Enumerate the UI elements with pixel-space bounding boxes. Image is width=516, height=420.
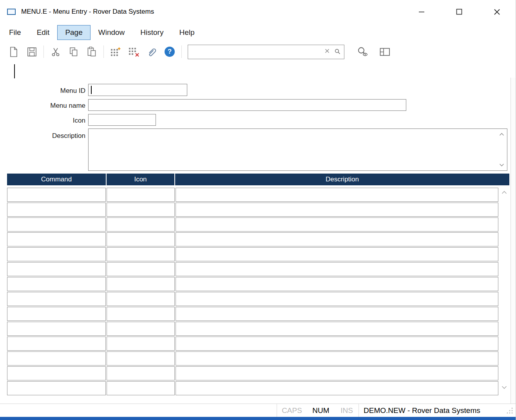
grid-header: Command Icon Description — [7, 174, 509, 185]
grid-command-cell[interactable] — [7, 262, 106, 276]
menu-item-history[interactable]: History — [132, 25, 171, 40]
grid-description-cell[interactable] — [176, 381, 498, 395]
grid-command-cell[interactable] — [7, 351, 106, 366]
resize-grip[interactable] — [504, 407, 516, 414]
status-bar: CAPS NUM INS DEMO.NEW - Rover Data Syste… — [0, 404, 516, 417]
grid-scrollbar[interactable] — [499, 188, 509, 396]
menu-item-window[interactable]: Window — [91, 25, 133, 40]
table-row — [7, 307, 498, 321]
grid-command-cell[interactable] — [7, 381, 106, 395]
grid-icon-cell[interactable] — [107, 217, 175, 232]
minimize-button[interactable] — [403, 0, 440, 24]
icon-label: Icon — [0, 117, 85, 125]
grid-description-cell[interactable] — [176, 307, 498, 321]
grid-command-cell[interactable] — [7, 203, 106, 217]
grid-command-cell[interactable] — [7, 337, 106, 351]
app-icon — [7, 9, 16, 15]
title-bar: MENU.E - Menu Entry - Rover Data Systems — [0, 0, 516, 24]
scroll-down-icon[interactable] — [502, 386, 507, 389]
lookup-preview-icon — [357, 47, 368, 57]
help-icon: ? — [165, 47, 175, 57]
grid-command-cell[interactable] — [7, 232, 106, 246]
search-input[interactable] — [188, 45, 344, 59]
grid-icon-cell[interactable] — [107, 351, 175, 366]
minimize-icon — [418, 9, 425, 15]
table-row — [7, 277, 498, 291]
grid-description-cell[interactable] — [176, 217, 498, 232]
grid-icon-cell[interactable] — [107, 337, 175, 351]
grid-description-cell[interactable] — [176, 277, 498, 291]
clear-search-icon[interactable] — [325, 49, 330, 53]
table-row — [7, 247, 498, 261]
menu-item-file[interactable]: File — [1, 25, 29, 40]
grid-description-cell[interactable] — [176, 322, 498, 336]
grid-icon-cell[interactable] — [107, 247, 175, 261]
grid-description-cell[interactable] — [176, 247, 498, 261]
help-button[interactable]: ? — [161, 43, 179, 60]
caps-indicator: CAPS — [277, 406, 307, 415]
grid-delete-icon — [129, 47, 139, 57]
menu-id-label: Menu ID — [0, 87, 85, 95]
description-field[interactable] — [88, 129, 507, 171]
table-row — [7, 188, 498, 202]
menu-name-field[interactable] — [88, 99, 406, 111]
grid-description-cell[interactable] — [176, 337, 498, 351]
icon-field[interactable] — [88, 114, 156, 126]
grid-description-cell[interactable] — [176, 366, 498, 380]
window-title: MENU.E - Menu Entry - Rover Data Systems — [21, 8, 154, 16]
resize-grip-icon — [506, 407, 513, 414]
grid-command-cell[interactable] — [7, 366, 106, 380]
grid-icon-cell[interactable] — [107, 366, 175, 380]
save-button[interactable] — [23, 43, 41, 60]
table-row — [7, 337, 498, 351]
grid-insert-button[interactable] — [107, 43, 125, 60]
grid-command-cell[interactable] — [7, 307, 106, 321]
grid-command-cell[interactable] — [7, 322, 106, 336]
grid-description-cell[interactable] — [176, 292, 498, 306]
ins-indicator: INS — [335, 406, 358, 415]
grid-description-cell[interactable] — [176, 203, 498, 217]
new-document-button[interactable] — [5, 43, 23, 60]
menu-id-field[interactable] — [88, 84, 187, 96]
layout-button[interactable] — [376, 43, 394, 60]
lookup-preview-button[interactable] — [354, 43, 372, 60]
grid-description-cell[interactable] — [176, 351, 498, 366]
menu-item-edit[interactable]: Edit — [29, 25, 58, 40]
window-scrollbar[interactable] — [511, 78, 516, 404]
grid-description-cell[interactable] — [176, 188, 498, 202]
grid-description-cell[interactable] — [176, 262, 498, 276]
search-icon[interactable] — [335, 49, 340, 54]
maximize-icon — [456, 9, 462, 15]
grid-icon-cell[interactable] — [107, 292, 175, 306]
copy-button[interactable] — [65, 43, 83, 60]
grid-icon-cell[interactable] — [107, 381, 175, 395]
menu-item-page[interactable]: Page — [57, 25, 90, 40]
grid-icon-cell[interactable] — [107, 188, 175, 202]
grid-body-rows — [7, 188, 498, 395]
cut-icon — [51, 47, 60, 57]
attachment-button[interactable] — [143, 43, 161, 60]
scroll-down-icon[interactable] — [499, 163, 504, 167]
grid-command-cell[interactable] — [7, 292, 106, 306]
grid-description-cell[interactable] — [176, 232, 498, 246]
grid-icon-cell[interactable] — [107, 277, 175, 291]
close-button[interactable] — [478, 0, 516, 24]
paperclip-icon — [147, 47, 157, 57]
grid-command-cell[interactable] — [7, 188, 106, 202]
cut-button[interactable] — [47, 43, 65, 60]
grid-icon-cell[interactable] — [107, 307, 175, 321]
grid-icon-cell[interactable] — [107, 322, 175, 336]
scroll-up-icon[interactable] — [502, 191, 507, 194]
toolbar: ? — [0, 42, 516, 62]
maximize-button[interactable] — [440, 0, 478, 24]
grid-command-cell[interactable] — [7, 217, 106, 232]
grid-icon-cell[interactable] — [107, 262, 175, 276]
grid-delete-button[interactable] — [125, 43, 143, 60]
paste-button[interactable] — [83, 43, 101, 60]
menu-item-help[interactable]: Help — [171, 25, 202, 40]
grid-command-cell[interactable] — [7, 277, 106, 291]
grid-icon-cell[interactable] — [107, 232, 175, 246]
grid-command-cell[interactable] — [7, 247, 106, 261]
scroll-up-icon[interactable] — [499, 133, 504, 136]
grid-icon-cell[interactable] — [107, 203, 175, 217]
